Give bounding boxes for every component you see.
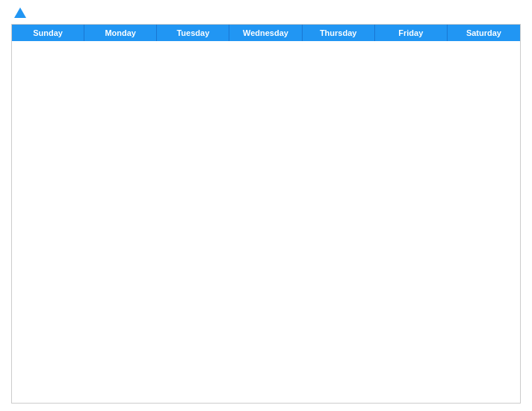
day-header-friday: Friday: [375, 25, 448, 41]
day-header-sunday: Sunday: [12, 25, 84, 41]
day-header-thursday: Thursday: [303, 25, 375, 41]
weeks-container: [12, 41, 520, 403]
logo-triangle-icon: [14, 7, 26, 18]
day-header-tuesday: Tuesday: [157, 25, 229, 41]
day-headers-row: SundayMondayTuesdayWednesdayThursdayFrid…: [12, 25, 520, 41]
calendar-page: SundayMondayTuesdayWednesdayThursdayFrid…: [0, 0, 532, 411]
day-header-saturday: Saturday: [448, 25, 520, 41]
header: [11, 7, 521, 19]
day-header-monday: Monday: [84, 25, 157, 41]
logo: [11, 7, 26, 19]
day-header-wednesday: Wednesday: [229, 25, 302, 41]
calendar-grid: SundayMondayTuesdayWednesdayThursdayFrid…: [11, 24, 521, 404]
